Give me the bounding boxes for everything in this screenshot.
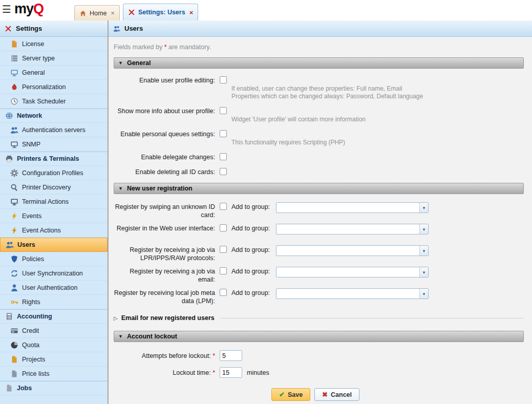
sidebar-item-license[interactable]: License (0, 37, 108, 51)
sidebar-item-task-scheduler[interactable]: Task Scheduler (0, 94, 108, 109)
tab-home[interactable]: Home × (74, 5, 120, 20)
add-to-group-swipe-card-dropdown[interactable]: ▾ (276, 202, 429, 213)
cancel-button[interactable]: ✖ Cancel (314, 388, 359, 401)
add-to-group-email-dropdown[interactable]: ▾ (276, 267, 429, 278)
tab-settings-users-label: Settings: Users (138, 9, 185, 16)
tab-strip: Home × Settings: Users × (74, 4, 198, 20)
check-icon: ✔ (279, 391, 285, 398)
sidebar-item-terminal-actions[interactable]: Terminal Actions (0, 195, 108, 209)
close-tab-settings-icon[interactable]: × (189, 9, 194, 16)
sidebar-item-general[interactable]: General (0, 66, 108, 80)
close-tab-home-icon[interactable]: × (111, 9, 115, 17)
sidebar-item-configuration-profiles[interactable]: Configuration Profiles (0, 166, 108, 180)
row-enable-deleting-id-cards: Enable deleting all ID cards: (114, 167, 524, 176)
add-to-group-lpm-dropdown[interactable]: ▾ (276, 288, 429, 299)
sidebar-item-price-lists[interactable]: Price lists (0, 367, 108, 381)
chevron-down-icon[interactable]: ▾ (419, 267, 428, 277)
sidebar-item-network[interactable]: Network (0, 109, 108, 123)
menu-icon[interactable]: ☰ (2, 4, 11, 14)
chevron-down-icon[interactable]: ▾ (419, 224, 428, 234)
sidebar-item-printers-terminals[interactable]: Printers & Terminals (0, 152, 108, 166)
row-register-swipe-card: Register by swiping an unknown ID card: … (114, 202, 524, 224)
settings-icon (128, 9, 135, 16)
register-lpr-ipps-raw-checkbox[interactable] (220, 246, 227, 253)
help-text: Widget 'User profile' will contain more … (231, 116, 366, 123)
settings-icon (5, 25, 12, 32)
sidebar-item-printer-discovery[interactable]: Printer Discovery (0, 180, 108, 195)
events-icon (10, 212, 18, 220)
mandatory-note: Fields marked by * are mandatory. (114, 44, 524, 51)
row-attempts-before-lockout: Attempts before lockout: * (114, 350, 524, 361)
lockout-time-input[interactable] (220, 367, 242, 378)
sidebar-item-event-actions[interactable]: Event Actions (0, 223, 108, 238)
add-to-group-web-interface-dropdown[interactable]: ▾ (276, 224, 429, 235)
section-header-general[interactable]: ▼ General (114, 57, 524, 69)
rights-icon (10, 298, 18, 306)
tab-home-label: Home (90, 10, 107, 17)
configuration-profiles-icon (10, 169, 18, 177)
tab-settings-users[interactable]: Settings: Users × (123, 4, 198, 20)
users-settings-panel: Users Fields marked by * are mandatory. … (109, 20, 532, 404)
row-enable-personal-queues: Enable personal queues settings: This fu… (114, 130, 524, 146)
projects-icon (10, 355, 18, 364)
add-to-group-lpr-ipps-raw-dropdown[interactable]: ▾ (276, 245, 429, 256)
price-lists-icon (10, 370, 18, 378)
help-text: This functionality requires Scripting (P… (231, 139, 345, 146)
license-icon (10, 40, 18, 48)
network-icon (5, 112, 13, 120)
section-header-account-lockout[interactable]: ▼ Account lockout (114, 331, 524, 342)
settings-sidebar: Settings License Server type General Per… (0, 20, 109, 404)
row-register-email: Register by receiving a job via email: A… (114, 267, 524, 288)
sidebar-item-accounting[interactable]: Accounting (0, 309, 108, 324)
expand-indicator-icon: ▷ (114, 315, 118, 321)
printer-discovery-icon (10, 183, 18, 192)
register-lpm-checkbox[interactable] (220, 289, 227, 296)
divider (220, 318, 524, 318)
enable-personal-queues-checkbox[interactable] (220, 130, 227, 137)
sidebar-item-jobs[interactable]: Jobs (0, 381, 108, 395)
content-header: Users (109, 20, 532, 37)
enable-delegate-changes-checkbox[interactable] (220, 153, 227, 160)
sidebar-header: Settings (0, 20, 108, 37)
sidebar-item-projects[interactable]: Projects (0, 352, 108, 367)
sidebar-item-personalization[interactable]: Personalization (0, 80, 108, 94)
row-enable-user-profile-editing: Enable user profile editing: If enabled,… (114, 76, 524, 100)
users-icon (113, 25, 120, 32)
collapse-indicator-icon: ▼ (118, 334, 123, 339)
sidebar-item-server-type[interactable]: Server type (0, 51, 108, 66)
row-register-lpm: Register by receiving local job meta dat… (114, 288, 524, 310)
show-more-info-checkbox[interactable] (220, 107, 227, 114)
chevron-down-icon[interactable]: ▾ (419, 203, 428, 212)
user-authentication-icon (10, 284, 18, 292)
authentication-servers-icon (10, 126, 18, 134)
sidebar-item-policies[interactable]: Policies (0, 252, 108, 266)
sidebar-item-rights[interactable]: Rights (0, 295, 108, 309)
sidebar-item-snmp[interactable]: SNMP (0, 137, 108, 152)
attempts-before-lockout-input[interactable] (220, 350, 242, 361)
sidebar-item-users[interactable]: Users (0, 238, 108, 252)
collapsed-section-email-for-new-registered-users[interactable]: ▷ Email for new registered users (114, 312, 524, 324)
row-show-more-info: Show more info about user profile: Widge… (114, 107, 524, 123)
row-lockout-time: Lockout time: * minutes (114, 367, 524, 378)
sidebar-item-events[interactable]: Events (0, 209, 108, 223)
sidebar-item-authentication-servers[interactable]: Authentication servers (0, 123, 108, 137)
section-header-new-user-registration[interactable]: ▼ New user registration (114, 183, 524, 194)
register-web-interface-checkbox[interactable] (220, 224, 227, 231)
sidebar-item-credit[interactable]: Credit (0, 324, 108, 338)
accounting-icon (5, 312, 13, 321)
register-swipe-card-checkbox[interactable] (220, 203, 227, 210)
row-register-web-interface: Register in the Web user interface: Add … (114, 224, 524, 245)
save-button[interactable]: ✔ Save (271, 388, 310, 401)
sidebar-item-quota[interactable]: Quota (0, 338, 108, 352)
sidebar-item-user-synchronization[interactable]: User Synchronization (0, 266, 108, 281)
enable-deleting-id-cards-checkbox[interactable] (220, 168, 227, 175)
snmp-icon (10, 140, 18, 148)
collapse-indicator-icon: ▼ (118, 60, 123, 66)
chevron-down-icon[interactable]: ▾ (419, 289, 428, 299)
personalization-icon (10, 83, 18, 91)
register-email-checkbox[interactable] (220, 267, 227, 274)
user-synchronization-icon (10, 269, 18, 278)
sidebar-item-user-authentication[interactable]: User Authentication (0, 281, 108, 295)
chevron-down-icon[interactable]: ▾ (419, 246, 428, 256)
enable-user-profile-editing-checkbox[interactable] (220, 76, 227, 83)
